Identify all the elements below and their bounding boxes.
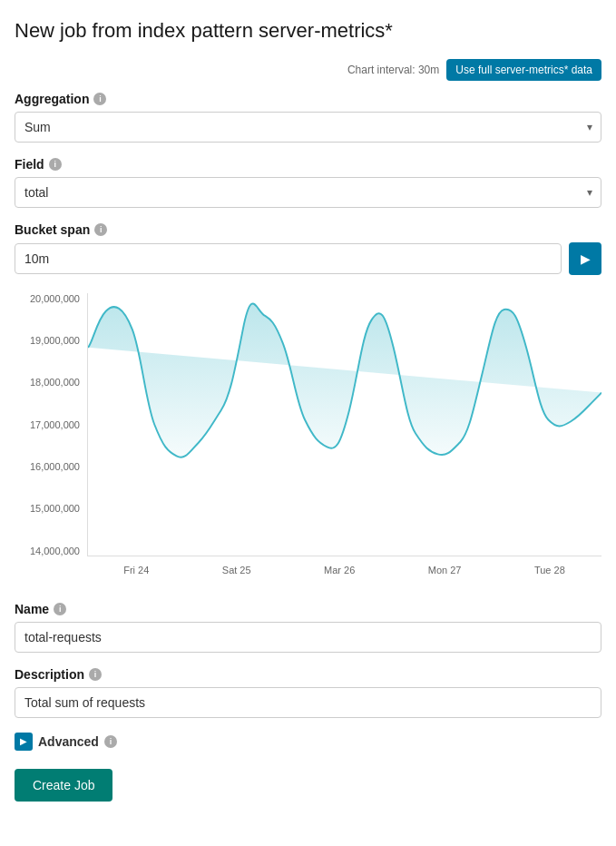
- bucket-span-info-icon: i: [94, 223, 107, 236]
- aggregation-select[interactable]: Sum Mean Max Min Count: [15, 112, 601, 143]
- use-full-data-button[interactable]: Use full server-metrics* data: [446, 59, 601, 81]
- description-info-icon: i: [89, 668, 102, 681]
- advanced-arrow-icon: ▶: [15, 733, 33, 751]
- page-title: New job from index pattern server-metric…: [15, 18, 601, 44]
- chart-area: 20,000,000 19,000,000 18,000,000 17,000,…: [15, 293, 601, 584]
- bucket-span-label: Bucket span: [15, 222, 90, 237]
- field-info-icon: i: [49, 158, 62, 171]
- chart-svg-container: [87, 293, 601, 556]
- y-label-1: 19,000,000: [30, 335, 80, 346]
- x-label-1: Sat 25: [222, 565, 251, 575]
- x-label-4: Tue 28: [534, 565, 565, 575]
- y-label-4: 16,000,000: [30, 461, 80, 472]
- x-label-3: Mon 27: [428, 565, 462, 575]
- bucket-span-play-button[interactable]: ▶: [569, 242, 601, 275]
- y-label-3: 17,000,000: [30, 419, 80, 430]
- bucket-span-input[interactable]: [15, 243, 562, 274]
- advanced-section[interactable]: ▶ Advanced i: [15, 733, 601, 751]
- advanced-label: Advanced: [38, 734, 99, 749]
- x-label-0: Fri 24: [123, 565, 149, 575]
- y-label-6: 14,000,000: [30, 546, 80, 556]
- aggregation-label: Aggregation: [15, 92, 89, 106]
- field-label: Field: [15, 157, 44, 172]
- advanced-info-icon: i: [104, 735, 117, 748]
- chart-interval-text: Chart interval: 30m: [347, 64, 439, 76]
- description-input[interactable]: [15, 687, 601, 718]
- chart-svg: [88, 293, 601, 556]
- name-label: Name: [15, 602, 49, 616]
- x-label-2: Mar 26: [324, 565, 355, 575]
- description-label: Description: [15, 667, 84, 682]
- create-job-button[interactable]: Create Job: [15, 769, 112, 802]
- y-label-0: 20,000,000: [30, 293, 80, 304]
- name-info-icon: i: [54, 603, 66, 615]
- y-label-5: 15,000,000: [30, 503, 80, 514]
- y-label-2: 18,000,000: [30, 377, 80, 388]
- name-input[interactable]: [15, 622, 601, 653]
- field-select[interactable]: total requests bytes: [15, 177, 601, 208]
- y-axis: 20,000,000 19,000,000 18,000,000 17,000,…: [15, 293, 87, 556]
- aggregation-info-icon: i: [93, 93, 106, 105]
- x-axis: Fri 24 Sat 25 Mar 26 Mon 27 Tue 28: [87, 556, 601, 584]
